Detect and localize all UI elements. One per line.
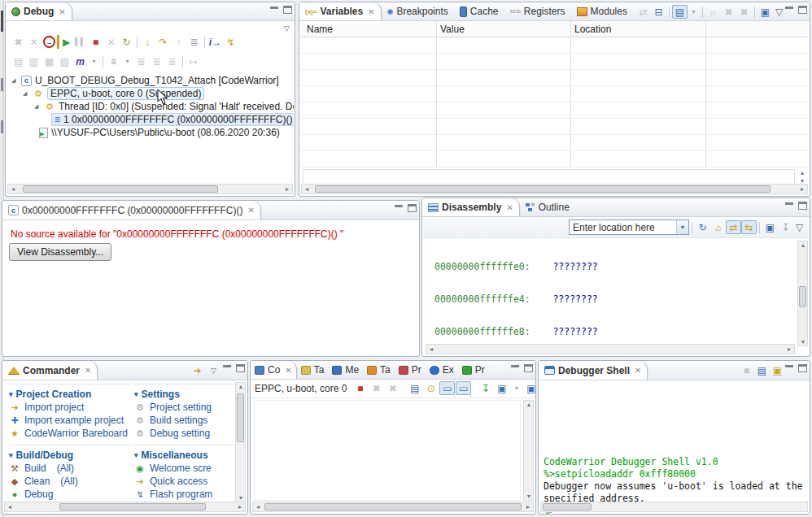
expander-icon[interactable]: ◢	[23, 90, 29, 97]
tree-item-binary[interactable]: ▶ \\YUSUF-PC\Users\Public\u-boot (08.06.…	[7, 126, 294, 139]
scroll-left-icon[interactable]: ◂	[8, 185, 18, 193]
tree-item-core[interactable]: ◢ ⚙ EPPC, u-boot, core 0 (Suspended)	[7, 87, 294, 100]
pin-console-icon[interactable]: ↧	[478, 381, 493, 395]
scroll-left-icon[interactable]: ◂	[302, 185, 312, 193]
breadcrumb-layout-icon[interactable]: ≣	[164, 54, 180, 68]
disassembly-vscrollbar[interactable]: ▴ ▾	[797, 241, 808, 346]
maximize-icon[interactable]	[524, 364, 533, 372]
detail-scroll-up-icon[interactable]: ▴	[797, 169, 807, 176]
close-icon[interactable]: ✕	[59, 7, 65, 16]
pin-view-icon[interactable]: ↧	[778, 220, 793, 234]
tab-debugger-shell[interactable]: Debugger Shell ✕	[539, 361, 648, 380]
location-input[interactable]: Enter location here ▾	[569, 219, 689, 235]
collapse-icon[interactable]: ▾	[134, 451, 138, 459]
scroll-down-icon[interactable]: ▾	[524, 493, 534, 500]
show-stderr-icon[interactable]: ▭	[456, 381, 471, 395]
combo-dropdown-icon[interactable]: ▾	[676, 220, 688, 234]
link-clean[interactable]: ◆ Clean (All)	[9, 475, 131, 488]
minimize-icon[interactable]	[785, 6, 794, 14]
skip-all-breakpoints-icon[interactable]: ✕	[26, 35, 41, 49]
show-stdout-icon[interactable]: ▭	[439, 381, 455, 395]
expander-icon[interactable]: ◢	[11, 77, 18, 84]
scroll-right-icon[interactable]: ▸	[282, 185, 292, 193]
step-into-selection-icon[interactable]: i→	[207, 35, 223, 49]
maximize-icon[interactable]	[283, 6, 292, 14]
minimize-icon[interactable]	[270, 6, 279, 14]
resume-icon[interactable]: ▶	[57, 35, 72, 49]
scroll-thumb[interactable]	[315, 185, 771, 193]
grouping-dropdown-icon[interactable]: ▾	[88, 54, 100, 68]
scroll-thumb[interactable]	[264, 503, 522, 510]
multicore-terminate-icon[interactable]: ▦	[41, 54, 57, 68]
home-icon[interactable]: ⌂	[710, 220, 726, 234]
tab-tasks[interactable]: Ta	[297, 361, 329, 379]
link-import-example-project[interactable]: ✚ Import example project	[9, 414, 131, 427]
scroll-right-icon[interactable]: ▸	[523, 503, 533, 510]
disassembly-code[interactable]: 00000000ffffffe0: ???????? 00000000fffff…	[434, 241, 797, 348]
restart-icon[interactable]: ↻	[119, 35, 134, 49]
move-to-line-icon[interactable]: ↯	[223, 35, 238, 49]
tab-memory[interactable]: Me	[328, 361, 363, 379]
remove-all-terminated-icon[interactable]: ✖	[11, 35, 26, 49]
variables-hscrollbar[interactable]: ◂ ▸	[301, 184, 808, 194]
view-menu-icon[interactable]: ▽	[211, 367, 216, 375]
scroll-left-icon[interactable]: ◂	[253, 503, 263, 510]
tab-variables[interactable]: (x)= Variables ✕	[299, 2, 382, 20]
close-icon[interactable]: ✕	[247, 206, 254, 215]
tab-commander[interactable]: Commander ✕	[2, 361, 98, 380]
track-expression-icon[interactable]: ⇆	[741, 220, 757, 234]
tab-disassembly[interactable]: Disassembly ✕	[422, 198, 520, 216]
minimize-icon[interactable]	[395, 204, 404, 212]
maximize-icon[interactable]	[798, 6, 807, 14]
tab-modules[interactable]: Modules	[571, 2, 633, 20]
scroll-down-icon[interactable]: ▾	[236, 494, 246, 502]
console-vscrollbar[interactable]: ▴ ▾	[523, 400, 534, 501]
minimize-icon[interactable]	[511, 364, 520, 372]
tab-progress[interactable]: Pr	[458, 361, 489, 379]
clear-console-icon[interactable]: ▤	[407, 381, 422, 395]
tab-cache[interactable]: Cache	[454, 2, 504, 20]
column-name[interactable]: Name	[307, 24, 333, 35]
scroll-right-icon[interactable]: ▸	[235, 503, 245, 510]
remove-all-icon[interactable]: ✖	[736, 5, 752, 19]
sync-with-context-icon[interactable]: ⇄	[726, 220, 741, 234]
multicore-restart-icon[interactable]: ▧	[57, 54, 72, 68]
reset-target-icon[interactable]: →	[43, 36, 55, 48]
scroll-left-icon[interactable]: ◂	[426, 345, 436, 353]
expander-icon[interactable]: ◢	[34, 103, 41, 110]
view-menu-icon[interactable]: ▽	[773, 5, 785, 19]
link-build[interactable]: ⚒ Build (All)	[9, 462, 131, 475]
minimize-icon[interactable]	[223, 364, 232, 372]
scroll-down-icon[interactable]: ▾	[798, 338, 808, 345]
watch-expression-icon[interactable]: ☼	[705, 5, 721, 19]
scroll-thumb[interactable]	[543, 503, 592, 510]
scroll-thumb[interactable]	[237, 393, 244, 442]
tab-debug[interactable]: Debug ✕	[6, 2, 72, 20]
scroll-thumb[interactable]	[59, 503, 206, 510]
disassembly-hscrollbar[interactable]: ◂ ▸	[426, 344, 795, 354]
tab-outline[interactable]: Outline	[520, 198, 575, 216]
commander-vscrollbar[interactable]: ▴ ▾	[235, 382, 246, 502]
open-console-icon[interactable]: ▣	[523, 381, 536, 395]
link-build-settings[interactable]: ⚙ Build settings	[134, 414, 235, 427]
disconnect-icon[interactable]: ✕	[103, 35, 119, 49]
collapse-stack-icon[interactable]: ≡	[106, 54, 121, 68]
link-import-project[interactable]: ➜ Import project	[9, 401, 131, 414]
tree-item-launch[interactable]: ◢ c U_BOOT_DEBUG_Debug_T1042_Attach [Cod…	[7, 74, 294, 87]
terminate-icon[interactable]: ■	[88, 35, 103, 49]
tab-console[interactable]: Co ✕	[251, 361, 297, 379]
console-output[interactable]	[254, 400, 521, 501]
maximize-icon[interactable]	[798, 202, 807, 210]
link-flash-programmer[interactable]: ↯ Flash program	[134, 488, 235, 501]
open-project-icon[interactable]: ➜	[190, 363, 205, 377]
link-quick-access[interactable]: ➔ Quick access	[134, 475, 235, 488]
step-over-icon[interactable]: ↷	[155, 35, 171, 49]
refresh-icon[interactable]: ↻	[695, 220, 710, 234]
multicore-suspend-icon[interactable]: ▥	[26, 54, 41, 68]
link-codewarrior-bareboard-project[interactable]: ★ CodeWarrior Bareboard Project	[9, 427, 131, 440]
display-console-icon[interactable]: ▣	[494, 381, 509, 395]
copy-icon[interactable]: ▣	[770, 363, 785, 377]
close-icon[interactable]: ✕	[368, 7, 374, 16]
column-value[interactable]: Value	[440, 24, 465, 35]
stop-script-icon[interactable]: ■	[739, 363, 754, 377]
